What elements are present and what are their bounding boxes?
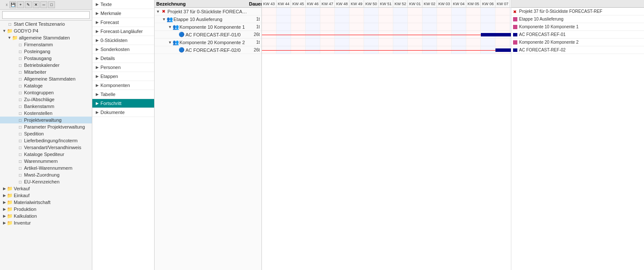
sidebar-item-godyo-p4[interactable]: ▼📁GODYO P4 <box>0 27 92 34</box>
sidebar-item-allg-stammdaten2[interactable]: □Allgemeine Stammdaten <box>0 75 92 82</box>
gantt-cell-r0-c2 <box>291 8 306 15</box>
sidebar-item-warennummern[interactable]: □Warennummern <box>0 158 92 165</box>
sidebar-item-inventur[interactable]: ▶📁Inventur <box>0 219 92 226</box>
project-row-ac-ref-02[interactable]: 🔵AC FORECAST-REF-02/026t <box>155 46 261 54</box>
nav-item-details[interactable]: ▶Details <box>92 54 154 63</box>
pt-row-value: 1t <box>249 40 260 45</box>
gantt-week-header-KW47: KW 47 <box>320 0 335 7</box>
sidebar-item-verkauf[interactable]: ▶📁Verkauf <box>0 185 92 192</box>
gantt-cell-r1-c2 <box>291 15 306 23</box>
sidebar-item-firmenstamm[interactable]: □Firmenstamm <box>0 41 92 48</box>
delete-icon[interactable]: ✕ <box>33 1 39 8</box>
nav-item-forecast-langlaeufer[interactable]: ▶Forecast-Langläufer <box>92 27 154 36</box>
nav-item-dokumente[interactable]: ▶Dokumente <box>92 108 154 117</box>
page-icon: □ <box>17 151 23 157</box>
sidebar-item-posteingang[interactable]: □Posteingang <box>0 48 92 55</box>
nav-label: Texte <box>100 2 112 7</box>
expand-icon <box>12 49 17 54</box>
legend-row-2: Komponente 10 Komponente 1 <box>511 23 644 31</box>
tree-label: Start Client Testszenario <box>14 21 65 27</box>
legend-row-3: AC FORECAST-REF-01 <box>511 31 644 39</box>
sidebar-item-allg-stammdaten[interactable]: ▼📁allgemeine Stammdaten <box>0 34 92 41</box>
add-icon[interactable]: + <box>17 1 24 8</box>
gantt-cell-r4-c17 <box>510 39 511 46</box>
pt-expand-icon: ▼ <box>155 9 161 14</box>
sidebar-item-artikel-waren[interactable]: □Artikel-Warennummern <box>0 165 92 171</box>
middle-panel: ▶Texte▶Merkmale▶Forecast▶Forecast-Langlä… <box>92 0 155 270</box>
sidebar-item-start-client[interactable]: □Start Client Testszenario <box>0 21 92 27</box>
sidebar-item-betriebskalender[interactable]: □Betriebskalender <box>0 62 92 69</box>
nav-item-etappen[interactable]: ▶Etappen <box>92 72 154 81</box>
project-row-ac-ref-01[interactable]: 🔵AC FORECAST-REF-01/026t <box>155 31 261 39</box>
project-row-komp10[interactable]: ▼👥Komponente 10 Komponente 11t <box>155 23 261 31</box>
gantt-cell-r2-c9 <box>393 23 408 31</box>
sidebar-item-produktion[interactable]: ▶📁Produktion <box>0 206 92 213</box>
pt-row-label: Etappe 10 Auslieferung <box>173 17 249 22</box>
sidebar-item-postausgang[interactable]: □Postausgang <box>0 55 92 62</box>
minimize-icon[interactable]: ─ <box>40 1 47 8</box>
nav-label: Details <box>100 56 115 61</box>
sidebar-item-projektverwaltung[interactable]: □Projektverwaltung <box>0 117 92 123</box>
sidebar-item-einkauf[interactable]: ▶📁Einkauf <box>0 192 92 199</box>
gantt-content: KW 43KW 44KW 45KW 46KW 47KW 48KW 49KW 50… <box>262 0 511 54</box>
tree-label: Kataloge Spediteur <box>24 152 64 157</box>
project-tree: BezeichnungDauer▼✖Projekt 37 für 0-Stück… <box>155 0 262 270</box>
nav-item-stucklisten[interactable]: ▶0-Stücklisten <box>92 36 154 45</box>
edit-icon[interactable]: ✎ <box>25 1 32 8</box>
gantt-cell-r1-c3 <box>306 15 320 23</box>
sidebar-item-kontogruppen[interactable]: □Kontogruppen <box>0 89 92 96</box>
sidebar-item-param-projekt[interactable]: □Parameter Projektverwaltung <box>0 123 92 130</box>
sidebar-item-mitarbeiter[interactable]: □Mitarbeiter <box>0 69 92 75</box>
ac-icon: 🔵 <box>179 47 185 53</box>
sidebar-item-lieferbedingung[interactable]: □Lieferbedingung/Incoterm <box>0 137 92 144</box>
left-sidebar: ☓ 💾 + ✎ ✕ ─ □ □Start Client Testszenario… <box>0 0 92 270</box>
sidebar-item-versandart[interactable]: □Versandart/Versandhinweis <box>0 144 92 151</box>
expand-icon <box>12 76 17 81</box>
nav-item-fortschritt[interactable]: ▶Fortschritt <box>92 99 154 108</box>
gantt-area[interactable]: KW 43KW 44KW 45KW 46KW 47KW 48KW 49KW 50… <box>262 0 511 270</box>
sidebar-item-mwst-zuordnung[interactable]: □Mwst-Zuordnung <box>0 171 92 178</box>
gantt-week-header-KW01: KW 01 <box>408 0 422 7</box>
nav-item-forecast[interactable]: ▶Forecast <box>92 18 154 27</box>
left-tree: □Start Client Testszenario▼📁GODYO P4▼📁al… <box>0 21 92 270</box>
nav-item-merkmale[interactable]: ▶Merkmale <box>92 9 154 18</box>
sidebar-item-bankenstamm[interactable]: □Bankenstamm <box>0 103 92 110</box>
page-icon: □ <box>17 138 23 144</box>
gantt-cell-r2-c7 <box>364 23 379 31</box>
gantt-cell-r0-c15 <box>481 8 495 15</box>
project-row-komp20[interactable]: ▼👥Komponente 20 Komponente 21t <box>155 39 261 46</box>
sidebar-item-kalkulation[interactable]: ▶📁Kalkulation <box>0 213 92 219</box>
nav-item-texte[interactable]: ▶Texte <box>92 0 154 9</box>
sidebar-item-spedition[interactable]: □Spedition <box>0 130 92 137</box>
nav-item-tabelle[interactable]: ▶Tabelle <box>92 90 154 99</box>
sidebar-item-kataloge-spediteur[interactable]: □Kataloge Spediteur <box>0 151 92 158</box>
nav-item-personen[interactable]: ▶Personen <box>92 63 154 72</box>
sidebar-item-eu-kennzeichen[interactable]: □EU-Kennzeichen <box>0 178 92 185</box>
gantt-cell-r1-c11 <box>422 15 437 23</box>
nav-item-komponenten[interactable]: ▶Komponenten <box>92 81 154 90</box>
gantt-week-header-KW51: KW 51 <box>379 0 393 7</box>
gantt-cell-r2-c16 <box>495 23 510 31</box>
sidebar-item-kataloge[interactable]: □Kataloge <box>0 82 92 89</box>
nav-arrow-icon: ▶ <box>96 83 99 87</box>
gantt-data-row-2 <box>262 23 511 31</box>
tree-label: Inventur <box>14 220 31 225</box>
search-input[interactable] <box>2 11 90 19</box>
gantt-cell-r0-c10 <box>408 8 422 15</box>
gantt-data-row-4 <box>262 39 511 46</box>
gantt-cell-r2-c17 <box>510 23 511 31</box>
nav-item-sonderkosten[interactable]: ▶Sonderkosten <box>92 45 154 54</box>
project-tree-header: BezeichnungDauer <box>155 0 261 8</box>
sidebar-item-materialwirtschaft[interactable]: ▶📁Materialwirtschaft <box>0 199 92 206</box>
project-row-proj37[interactable]: ▼✖Projekt 37 für 0-Stückliste FORECAST-R… <box>155 8 261 15</box>
project-row-etappe10[interactable]: ▼👥Etappe 10 Auslieferung1t <box>155 15 261 23</box>
expand-icon: ▶ <box>2 200 7 205</box>
gantt-cell-r1-c6 <box>349 15 364 23</box>
page-icon: □ <box>17 103 23 109</box>
pt-row-label: Komponente 20 Komponente 2 <box>179 40 249 45</box>
save-icon[interactable]: 💾 <box>9 1 16 8</box>
gantt-cell-r0-c11 <box>422 8 437 15</box>
sidebar-item-zu-abschlaege[interactable]: □Zu-/Abschläge <box>0 96 92 103</box>
maximize-icon[interactable]: □ <box>48 1 55 8</box>
sidebar-item-kostenstellen[interactable]: □Kostenstellen <box>0 110 92 117</box>
